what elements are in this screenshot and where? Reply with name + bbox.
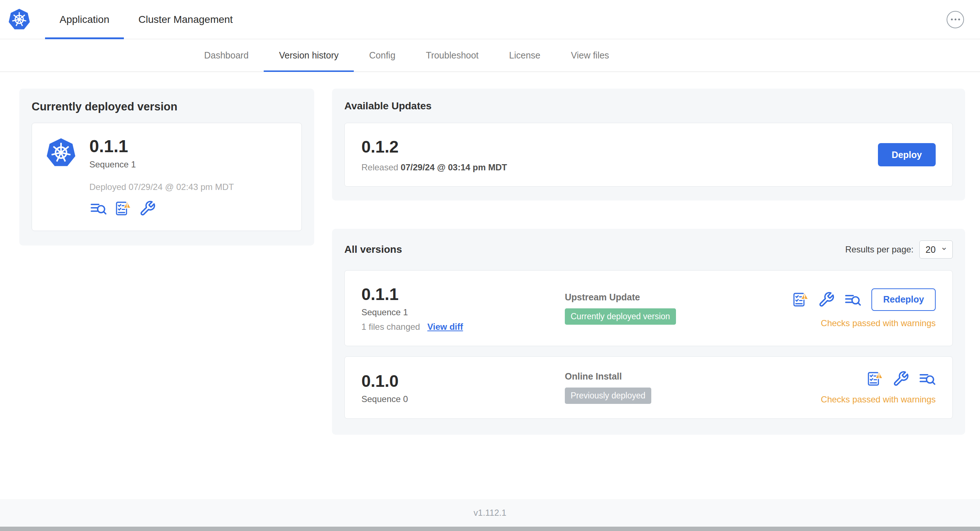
config-wrench-icon[interactable] <box>139 200 156 217</box>
overflow-menu-button[interactable] <box>947 11 964 28</box>
topbar-tabs: Application Cluster Management <box>45 0 247 39</box>
update-released-line: Released 07/29/24 @ 03:14 pm MDT <box>361 162 507 173</box>
bottom-edge-strip <box>0 527 980 531</box>
config-wrench-icon[interactable] <box>892 370 910 387</box>
kubernetes-app-icon <box>46 138 76 168</box>
view-diff-link[interactable]: View diff <box>427 322 463 332</box>
app-footer-version: v1.112.1 <box>474 508 506 518</box>
results-per-page-label: Results per page: <box>845 245 913 254</box>
previously-deployed-badge: Previously deployed <box>565 388 651 404</box>
deploy-logs-icon[interactable] <box>89 200 107 217</box>
tab-application-label: Application <box>60 14 109 25</box>
subnav-dashboard[interactable]: Dashboard <box>189 39 264 72</box>
deploy-logs-icon[interactable] <box>918 370 936 387</box>
subnav-version-history-label: Version history <box>279 50 339 60</box>
results-per-page-select[interactable]: 20 <box>920 240 953 259</box>
row-source: Online Install <box>565 371 821 382</box>
topbar: Application Cluster Management <box>0 0 980 39</box>
subnav-view-files[interactable]: View files <box>556 39 624 72</box>
redeploy-button[interactable]: Redeploy <box>872 288 936 311</box>
released-date: 07/29/24 @ 03:14 pm MDT <box>401 162 507 172</box>
row-version-number: 0.1.0 <box>361 371 565 391</box>
deploy-button[interactable]: Deploy <box>878 143 936 166</box>
current-version-sequence: Sequence 1 <box>89 159 136 170</box>
update-version-number: 0.1.2 <box>361 137 507 157</box>
current-version-number: 0.1.1 <box>89 136 136 156</box>
all-versions-title: All versions <box>344 244 402 255</box>
preflight-checks-warning-icon[interactable] <box>866 370 883 387</box>
tab-cluster-management-label: Cluster Management <box>138 14 233 25</box>
results-per-page: Results per page: 20 <box>845 240 953 259</box>
row-checks-status: Checks passed with warnings <box>821 318 936 328</box>
subnav-version-history[interactable]: Version history <box>264 39 354 72</box>
current-version-card: 0.1.1 Sequence 1 Deployed 07/29/24 @ 02:… <box>32 123 302 231</box>
subnav-license-label: License <box>509 50 541 60</box>
update-card: 0.1.2 Released 07/29/24 @ 03:14 pm MDT D… <box>344 123 953 187</box>
row-files-changed: 1 files changed <box>361 322 420 332</box>
tab-cluster-management[interactable]: Cluster Management <box>124 0 247 39</box>
version-row: 0.1.1 Sequence 1 1 files changed View di… <box>344 270 953 346</box>
subnav-license[interactable]: License <box>494 39 556 72</box>
version-rows: 0.1.1 Sequence 1 1 files changed View di… <box>344 270 953 419</box>
available-updates-panel: Available Updates 0.1.2 Released 07/29/2… <box>332 89 965 200</box>
ellipsis-icon <box>951 19 953 20</box>
version-row: 0.1.0 Sequence 0 Online Install Previous… <box>344 356 953 419</box>
row-sequence: Sequence 1 <box>361 307 565 318</box>
preflight-checks-warning-icon[interactable] <box>114 200 132 217</box>
right-column: Available Updates 0.1.2 Released 07/29/2… <box>332 89 965 435</box>
subnav-config-label: Config <box>369 50 395 60</box>
main-content: Currently deployed version 0.1.1 Sequenc… <box>0 72 980 435</box>
subnav-troubleshoot[interactable]: Troubleshoot <box>411 39 494 72</box>
footer: v1.112.1 <box>0 499 980 527</box>
results-per-page-select-wrap: 20 <box>920 240 953 259</box>
subnav-view-files-label: View files <box>571 50 609 60</box>
row-checks-status: Checks passed with warnings <box>821 394 936 405</box>
currently-deployed-badge: Currently deployed version <box>565 308 676 325</box>
subnav-dashboard-label: Dashboard <box>204 50 248 60</box>
preflight-checks-warning-icon[interactable] <box>791 291 809 308</box>
current-version-deployed-date: Deployed 07/29/24 @ 02:43 pm MDT <box>89 182 288 192</box>
row-version-number: 0.1.1 <box>361 285 565 304</box>
row-source: Upstream Update <box>565 292 791 302</box>
kubernetes-logo-icon <box>8 8 30 31</box>
subnav-config[interactable]: Config <box>354 39 410 72</box>
currently-deployed-title: Currently deployed version <box>32 100 302 113</box>
app-subnav: Dashboard Version history Config Trouble… <box>0 39 980 72</box>
subnav-troubleshoot-label: Troubleshoot <box>426 50 479 60</box>
row-sequence: Sequence 0 <box>361 394 565 404</box>
available-updates-title: Available Updates <box>344 100 953 112</box>
tab-application[interactable]: Application <box>45 0 124 39</box>
deploy-logs-icon[interactable] <box>844 291 861 308</box>
released-prefix: Released <box>361 162 398 172</box>
config-wrench-icon[interactable] <box>818 291 835 308</box>
currently-deployed-panel: Currently deployed version 0.1.1 Sequenc… <box>19 89 314 245</box>
all-versions-panel: All versions Results per page: 20 0.1.1 … <box>332 229 965 435</box>
